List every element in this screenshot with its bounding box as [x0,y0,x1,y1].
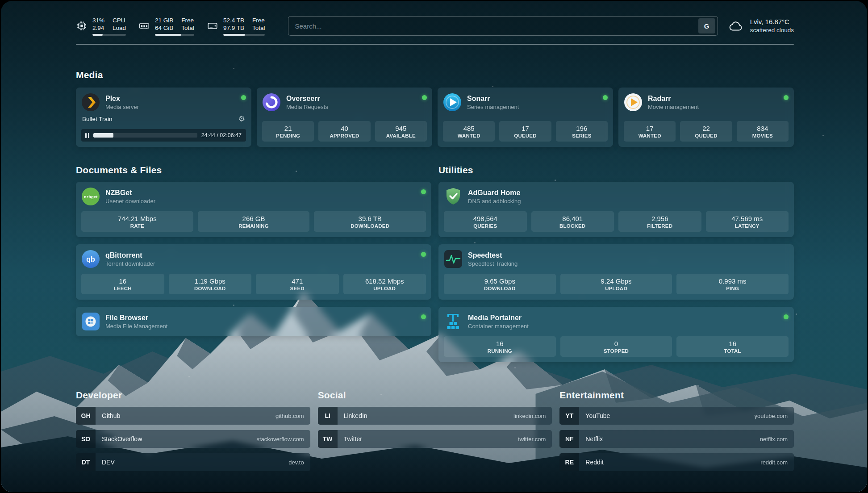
app-name: Overseerr [286,95,328,103]
search-bar: G [288,16,718,36]
stat-label: QUERIES [446,223,525,229]
filebrowser-card[interactable]: File Browser Media File Management [76,307,431,336]
bookmark-stackoverflow[interactable]: SO StackOverflow stackoverflow.com [76,430,310,448]
stat-tile: 9.24 Gbps UPLOAD [560,274,672,294]
filebrowser-titles: File Browser Media File Management [105,314,167,330]
bookmark-reddit[interactable]: RE Reddit reddit.com [559,453,794,471]
settings-gear-icon[interactable]: ⚙ [238,115,245,123]
stat-tile: 1.19 Gbps DOWNLOAD [169,274,252,294]
stat-value: 945 [377,124,425,133]
app-name: Media Portainer [468,314,529,322]
section-title-social: Social [318,390,552,401]
netflix-icon: NF [559,430,579,448]
bookmark-netflix[interactable]: NF Netflix netflix.com [559,430,794,448]
stat-label: STOPPED [562,348,671,354]
qbittorrent-card[interactable]: qb qBittorrent Torrent downloader 16 LEE… [76,244,431,300]
qbittorrent-card-header: qb qBittorrent Torrent downloader [81,250,426,268]
bookmark-twitter[interactable]: TW Twitter twitter.com [318,430,552,448]
bookmark-name: LinkedIn [344,412,367,419]
adguard-icon [444,187,463,206]
youtube-icon: YT [559,407,579,425]
stat-value: 22 [682,124,730,133]
bookmark-url: stackoverflow.com [256,436,304,443]
stat-value: 744.21 Mbps [83,214,192,223]
stat-value: 1.19 Gbps [171,277,250,285]
bookmark-url: dev.to [288,459,304,466]
status-dot [784,95,789,100]
plex-card[interactable]: Plex Media server Bullet Train ⚙ 24:44 /… [76,88,251,147]
stat-tile: 39.6 TB DOWNLOADED [314,211,426,232]
stat-tile: 17 WANTED [624,121,676,142]
filebrowser-card-header: File Browser Media File Management [81,312,426,331]
bookmark-url: linkedin.com [513,413,546,419]
stat-label: TOTAL [678,348,787,354]
nzbget-card[interactable]: nzbget NZBGet Usenet downloader 744.21 M… [76,182,431,237]
stat-tile: 498,564 QUERIES [444,211,527,232]
overseerr-card[interactable]: Overseerr Media Requests 21 PENDING 40 A… [257,88,432,147]
portainer-card[interactable]: Media Portainer Container management 16 … [438,307,794,362]
stat-tile: 17 QUEUED [499,121,551,142]
search-input[interactable] [295,22,698,30]
dashboard-screen: 31% CPU 2.94 Load [1,1,867,492]
search-engine-button[interactable]: G [698,18,715,33]
nzbget-stats: 744.21 Mbps RATE 266 GB REMAINING 39.6 T… [81,211,426,232]
stat-label: LEECH [83,285,163,292]
status-dot [421,189,426,194]
playback-progress-track[interactable] [93,133,197,138]
entertainment-column: Entertainment YT YouTube youtube.com NF … [559,390,794,471]
sonarr-card[interactable]: Sonarr Series management 485 WANTED 17 Q… [438,88,613,147]
stat-tile: 16 RUNNING [444,336,556,357]
bookmark-youtube[interactable]: YT YouTube youtube.com [559,407,794,425]
ram-label-top: Free [181,17,194,24]
sonarr-icon [443,93,462,112]
nzbget-icon: nzbget [81,187,100,206]
stat-value: 16 [83,277,163,285]
stat-value: 9.24 Gbps [562,277,671,285]
filebrowser-icon [81,312,100,331]
app-name: Radarr [648,95,699,103]
cpu-widget-body: 31% CPU 2.94 Load [92,17,126,36]
stat-tile: 618.52 Mbps UPLOAD [343,274,426,294]
cpu-progress-fill [92,34,103,36]
stat-value: 834 [739,124,787,133]
disk-readout: 52.4 TB Free 97.9 TB Total [223,17,265,32]
stat-value: 47.569 ms [708,214,787,223]
ram-progress-track [155,34,194,36]
weather-location: Lviv, 16.87°C [750,17,794,26]
bookmark-linkedin[interactable]: LI LinkedIn linkedin.com [318,407,552,425]
stat-value: 498,564 [446,214,525,223]
stat-value: 40 [320,124,368,133]
social-column: Social LI LinkedIn linkedin.com TW Twitt… [318,390,552,448]
overseerr-card-header: Overseerr Media Requests [262,93,427,112]
app-name: Plex [105,95,139,103]
bookmark-dev[interactable]: DT DEV dev.to [76,453,310,471]
pause-icon[interactable] [85,133,89,138]
linkedin-icon: LI [318,407,338,425]
now-playing-title: Bullet Train [82,116,113,122]
stat-label: WANTED [445,133,493,139]
nzbget-card-header: nzbget NZBGet Usenet downloader [81,187,426,206]
speedtest-card-header: Speedtest Speedtest Tracking [444,250,789,268]
topbar-divider [76,44,794,45]
section-title-developer: Developer [76,390,310,401]
bookmark-name: StackOverflow [102,435,142,443]
ram-readout: 21 GiB Free 64 GiB Total [155,17,194,32]
bookmark-url: youtube.com [755,413,788,419]
adguard-titles: AdGuard Home DNS and adblocking [468,189,521,205]
radarr-card[interactable]: Radarr Movie management 17 WANTED 22 QUE… [618,88,794,147]
sonarr-titles: Sonarr Series management [467,95,519,110]
qbittorrent-titles: qBittorrent Torrent downloader [105,251,155,267]
app-subtitle: Movie management [648,104,699,110]
status-dot [421,252,426,257]
adguard-card[interactable]: AdGuard Home DNS and adblocking 498,564 … [438,182,794,237]
stat-value: 86,401 [533,214,613,223]
ram-progress-fill [155,34,181,36]
stat-tile: 0.993 ms PING [676,274,789,294]
portainer-card-header: Media Portainer Container management [444,312,789,331]
status-dot [421,314,426,319]
speedtest-card[interactable]: Speedtest Speedtest Tracking 9.65 Gbps D… [438,244,794,300]
stackoverflow-icon: SO [76,430,96,448]
stat-value: 17 [626,124,674,133]
bookmark-github[interactable]: GH Github github.com [76,407,310,425]
radarr-card-header: Radarr Movie management [624,93,789,112]
